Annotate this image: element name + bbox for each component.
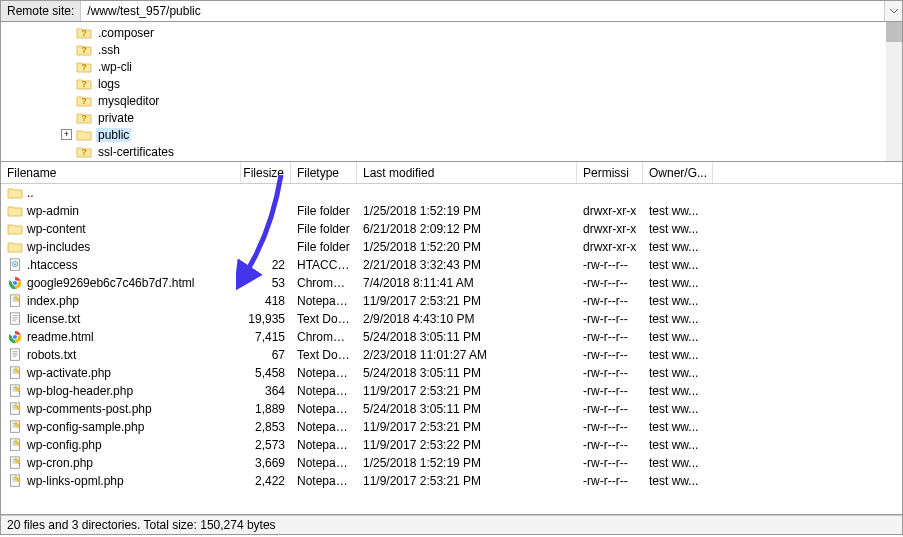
cell-filetype: HTACCE... — [291, 258, 357, 272]
scrollbar-thumb[interactable] — [886, 22, 902, 42]
tree-item[interactable]: +?.wp-cli — [1, 58, 902, 75]
file-row[interactable]: wp-comments-post.php1,889Notepad...5/24/… — [1, 400, 902, 418]
file-row[interactable]: wp-activate.php5,458Notepad...5/24/2018 … — [1, 364, 902, 382]
cell-permissions: -rw-r--r-- — [577, 474, 643, 488]
cell-filesize: 2,422 — [241, 474, 291, 488]
column-header-filesize[interactable]: Filesize — [241, 162, 291, 183]
notepad-icon — [7, 402, 23, 416]
filename-text: wp-includes — [27, 240, 90, 254]
tree-scrollbar[interactable] — [886, 22, 902, 161]
cell-filename: wp-admin — [1, 204, 241, 218]
notepad-icon — [7, 384, 23, 398]
folder-unknown-icon: ? — [76, 26, 92, 40]
cell-filename: wp-config.php — [1, 438, 241, 452]
filename-text: wp-config-sample.php — [27, 420, 144, 434]
directory-tree[interactable]: +?.composer+?.ssh+?.wp-cli+?logs+?mysqle… — [0, 22, 903, 162]
cell-filesize: 418 — [241, 294, 291, 308]
svg-text:?: ? — [81, 96, 87, 106]
cell-modified: 11/9/2017 2:53:21 PM — [357, 384, 577, 398]
cell-modified: 2/23/2018 11:01:27 AM — [357, 348, 577, 362]
filename-text: .htaccess — [27, 258, 78, 272]
column-header-permissions[interactable]: Permissi — [577, 162, 643, 183]
svg-rect-25 — [11, 349, 20, 360]
tree-item[interactable]: +?ssl-certificates — [1, 143, 902, 160]
file-row[interactable]: index.php418Notepad...11/9/2017 2:53:21 … — [1, 292, 902, 310]
cell-modified: 2/9/2018 4:43:10 PM — [357, 312, 577, 326]
file-row[interactable]: google9269eb6c7c46b7d7.html53Chrome ...7… — [1, 274, 902, 292]
folder-unknown-icon: ? — [76, 77, 92, 91]
filename-text: wp-admin — [27, 204, 79, 218]
cell-owner: test ww... — [643, 240, 713, 254]
column-header-filetype[interactable]: Filetype — [291, 162, 357, 183]
file-row[interactable]: wp-config.php2,573Notepad...11/9/2017 2:… — [1, 436, 902, 454]
file-row[interactable]: .. — [1, 184, 902, 202]
filename-text: wp-content — [27, 222, 86, 236]
cell-filetype: Text Doc... — [291, 348, 357, 362]
tree-item-label: .wp-cli — [96, 60, 134, 74]
cell-filesize: 2,853 — [241, 420, 291, 434]
file-row[interactable]: wp-adminFile folder1/25/2018 1:52:19 PMd… — [1, 202, 902, 220]
tree-item-label: mysqleditor — [96, 94, 161, 108]
cell-filesize: 53 — [241, 276, 291, 290]
file-row[interactable]: wp-includesFile folder1/25/2018 1:52:20 … — [1, 238, 902, 256]
cell-filename: wp-comments-post.php — [1, 402, 241, 416]
cell-filetype: Notepad... — [291, 420, 357, 434]
cell-permissions: -rw-r--r-- — [577, 420, 643, 434]
cell-owner: test ww... — [643, 348, 713, 362]
cell-permissions: -rw-r--r-- — [577, 258, 643, 272]
tree-item[interactable]: +public — [1, 126, 902, 143]
cell-filename: readme.html — [1, 330, 241, 344]
cell-filesize: 2,573 — [241, 438, 291, 452]
cell-permissions: -rw-r--r-- — [577, 366, 643, 380]
folder-icon — [7, 240, 23, 254]
file-row[interactable]: robots.txt67Text Doc...2/23/2018 11:01:2… — [1, 346, 902, 364]
cell-modified: 11/9/2017 2:53:22 PM — [357, 438, 577, 452]
svg-text:?: ? — [81, 147, 87, 157]
column-header-owner[interactable]: Owner/G... — [643, 162, 713, 183]
folder-icon — [7, 204, 23, 218]
file-list-body[interactable]: ..wp-adminFile folder1/25/2018 1:52:19 P… — [1, 184, 902, 514]
cell-permissions: -rw-r--r-- — [577, 438, 643, 452]
cell-filename: license.txt — [1, 312, 241, 326]
file-row[interactable]: license.txt19,935Text Doc...2/9/2018 4:4… — [1, 310, 902, 328]
cell-filetype: Chrome ... — [291, 276, 357, 290]
filename-text: wp-comments-post.php — [27, 402, 152, 416]
folder-icon — [76, 128, 92, 142]
tree-item[interactable]: +?.composer — [1, 24, 902, 41]
cell-filetype: File folder — [291, 240, 357, 254]
tree-item[interactable]: +?mysqleditor — [1, 92, 902, 109]
svg-text:?: ? — [81, 79, 87, 89]
cell-owner: test ww... — [643, 204, 713, 218]
cell-filesize: 1,889 — [241, 402, 291, 416]
file-row[interactable]: wp-blog-header.php364Notepad...11/9/2017… — [1, 382, 902, 400]
cell-filetype: File folder — [291, 222, 357, 236]
remote-path-input[interactable] — [81, 2, 884, 20]
folder-unknown-icon: ? — [76, 60, 92, 74]
notepad-icon — [7, 456, 23, 470]
expander-icon[interactable]: + — [61, 129, 72, 140]
notepad-icon — [7, 474, 23, 488]
cell-owner: test ww... — [643, 402, 713, 416]
file-row[interactable]: readme.html7,415Chrome ...5/24/2018 3:05… — [1, 328, 902, 346]
cell-permissions: -rw-r--r-- — [577, 330, 643, 344]
tree-item[interactable]: +?private — [1, 109, 902, 126]
file-row[interactable]: .htaccess22HTACCE...2/21/2018 3:32:43 PM… — [1, 256, 902, 274]
filename-text: robots.txt — [27, 348, 76, 362]
cell-owner: test ww... — [643, 366, 713, 380]
column-header-modified[interactable]: Last modified — [357, 162, 577, 183]
status-text: 20 files and 3 directories. Total size: … — [7, 518, 276, 532]
cell-filetype: Text Doc... — [291, 312, 357, 326]
remote-path-dropdown[interactable] — [884, 1, 902, 21]
svg-rect-17 — [11, 313, 20, 324]
file-row[interactable]: wp-contentFile folder6/21/2018 2:09:12 P… — [1, 220, 902, 238]
file-row[interactable]: wp-config-sample.php2,853Notepad...11/9/… — [1, 418, 902, 436]
tree-item[interactable]: +?.ssh — [1, 41, 902, 58]
cell-permissions: drwxr-xr-x — [577, 240, 643, 254]
file-row[interactable]: wp-cron.php3,669Notepad...1/25/2018 1:52… — [1, 454, 902, 472]
file-row[interactable]: wp-links-opml.php2,422Notepad...11/9/201… — [1, 472, 902, 490]
tree-item[interactable]: +?logs — [1, 75, 902, 92]
filename-text: readme.html — [27, 330, 94, 344]
column-header-filename[interactable]: Filename — [1, 162, 241, 183]
cell-filetype: Notepad... — [291, 384, 357, 398]
file-list-header: Filename Filesize Filetype Last modified… — [1, 162, 902, 184]
